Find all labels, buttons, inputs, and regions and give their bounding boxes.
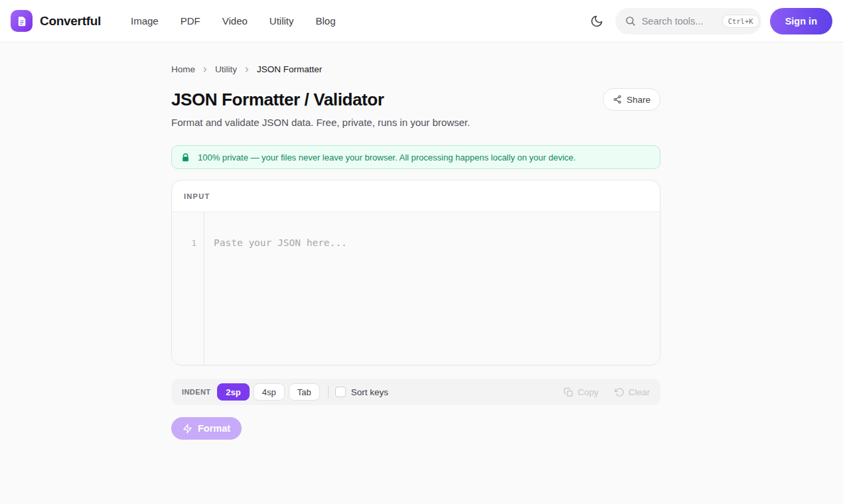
lock-icon [181, 153, 191, 162]
toolbar-divider [328, 386, 329, 398]
brand[interactable]: Convertful [11, 10, 101, 32]
search-box[interactable]: Ctrl+K [615, 8, 761, 34]
lightning-bolt-icon [183, 424, 192, 434]
format-button[interactable]: Format [171, 417, 242, 440]
privacy-banner-text: 100% private — your files never leave yo… [198, 153, 575, 162]
page-title: JSON Formatter / Validator [171, 90, 384, 110]
breadcrumb-current: JSON Formatter [257, 64, 322, 74]
moon-icon [590, 15, 603, 28]
options-toolbar: INDENT 2sp 4sp Tab Sort keys Copy [171, 379, 660, 405]
code-editor: 1 [172, 212, 660, 365]
breadcrumb: Home Utility JSON Formatter [171, 64, 660, 74]
title-row: JSON Formatter / Validator Share [171, 88, 660, 111]
clear-undo-icon [615, 387, 625, 397]
main-content: Home Utility JSON Formatter JSON Formatt… [171, 42, 660, 440]
search-shortcut-badge: Ctrl+K [722, 15, 759, 28]
main-nav: Image PDF Video Utility Blog [131, 15, 336, 27]
page-subtitle: Format and validate JSON data. Free, pri… [171, 117, 660, 128]
json-input-panel: INPUT 1 [171, 180, 660, 365]
share-button[interactable]: Share [603, 88, 660, 111]
chevron-right-icon [201, 66, 209, 74]
brand-name: Convertful [40, 14, 101, 29]
copy-button-label: Copy [577, 387, 599, 397]
share-button-label: Share [627, 95, 651, 105]
theme-toggle-button[interactable] [585, 9, 609, 33]
input-panel-header: INPUT [172, 180, 660, 212]
nav-item-pdf[interactable]: PDF [181, 15, 200, 27]
copy-button[interactable]: Copy [564, 387, 599, 397]
nav-item-image[interactable]: Image [131, 15, 159, 27]
line-number-gutter: 1 [172, 212, 204, 365]
input-panel-label: INPUT [184, 192, 210, 200]
indent-4sp-button[interactable]: 4sp [254, 383, 285, 401]
convertful-logo-icon [11, 10, 33, 32]
indent-tab-button[interactable]: Tab [289, 383, 320, 401]
share-icon [613, 95, 622, 104]
search-icon [625, 15, 636, 27]
sort-keys-label: Sort keys [351, 387, 388, 397]
sort-keys-control[interactable]: Sort keys [335, 387, 388, 397]
line-number: 1 [191, 238, 196, 248]
top-navbar: Convertful Image PDF Video Utility Blog … [0, 0, 843, 42]
nav-item-utility[interactable]: Utility [269, 15, 294, 27]
breadcrumb-home[interactable]: Home [171, 64, 195, 74]
clear-button[interactable]: Clear [615, 387, 650, 397]
search-input[interactable] [642, 16, 716, 27]
sign-in-button[interactable]: Sign in [770, 8, 832, 34]
copy-icon [564, 387, 574, 397]
sort-keys-checkbox[interactable] [335, 387, 346, 397]
chevron-right-icon [243, 66, 251, 74]
json-input-textarea[interactable] [204, 212, 660, 365]
clear-button-label: Clear [629, 387, 650, 397]
breadcrumb-utility[interactable]: Utility [215, 64, 237, 74]
privacy-banner: 100% private — your files never leave yo… [171, 145, 660, 169]
format-button-label: Format [198, 423, 230, 434]
nav-item-blog[interactable]: Blog [315, 15, 335, 27]
indent-2sp-button[interactable]: 2sp [217, 383, 249, 401]
indent-label: INDENT [182, 388, 210, 396]
nav-item-video[interactable]: Video [222, 15, 248, 27]
